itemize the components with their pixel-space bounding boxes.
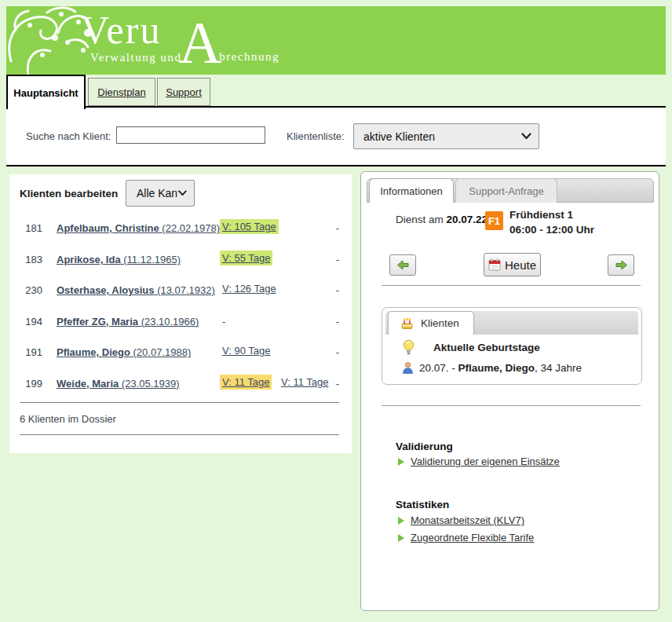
client-birthdate: (23.05.1939)	[119, 378, 179, 390]
dienst-date: 20.07.22	[447, 214, 488, 225]
today-button-label: Heute	[505, 258, 536, 272]
klienten-box: Klienten Aktuelle Geburtstage 20.07. - P…	[382, 307, 642, 385]
validierung-link-row: Validierung der eigenen Einsätze	[398, 456, 560, 467]
tab-support-label: Support	[166, 86, 202, 98]
dienst-line: Dienst am 20.07.22:	[396, 214, 491, 225]
client-name: Osterhase, Aloysius	[57, 284, 155, 296]
arrow-right-icon	[615, 260, 628, 270]
dienst-prefix: Dienst am	[396, 214, 447, 225]
vacation-link[interactable]: V: 126 Tage	[220, 283, 279, 295]
info-panel: Informationen Support-Anfrage Dienst am …	[360, 171, 659, 611]
vacation-days: V: 105 Tage	[220, 219, 279, 234]
main-tab-bar: Hauptansicht Dienstplan Support	[6, 75, 666, 109]
next-day-button[interactable]	[608, 254, 634, 276]
client-name-link[interactable]: Osterhase, Aloysius (13.07.1932)	[57, 284, 215, 296]
validierung-title: Validierung	[396, 441, 453, 452]
vacation-days: V: 126 Tage	[220, 281, 279, 296]
vacation-empty: -	[222, 316, 225, 327]
person-icon	[401, 361, 415, 375]
green-triangle-bullet-icon	[398, 458, 404, 466]
client-id: 191	[16, 346, 42, 358]
search-input[interactable]	[116, 126, 265, 144]
clients-panel: Klienten bearbeiten Alle Kantone 181 Apf…	[9, 174, 352, 453]
row-dash: -	[330, 284, 345, 296]
logo-subtitle-right: brechnung	[219, 49, 279, 64]
shift-time: 06:00 - 12:00 Uhr	[509, 222, 594, 237]
clients-count: 6 Klienten im Dossier	[20, 413, 116, 425]
vacation-days: V: 55 Tage	[220, 251, 272, 265]
client-id: 230	[16, 284, 42, 296]
client-list-select[interactable]: aktive Klienten	[353, 123, 539, 149]
client-birthdate: (11.12.1965)	[121, 254, 181, 265]
client-name-link[interactable]: Weide, Maria (23.05.1939)	[57, 378, 180, 390]
client-birthdate: (22.02.1978)	[159, 222, 220, 234]
previous-day-button[interactable]	[389, 254, 416, 276]
statistiken-link-row: Zugeordnete Flexible Tarife	[398, 532, 534, 543]
birthday-date: 20.07. -	[419, 362, 458, 374]
vacation-link[interactable]: V: 11 Tage	[220, 376, 272, 388]
clients-panel-title: Klienten bearbeiten	[20, 188, 118, 199]
divider	[382, 405, 641, 406]
vacation-link[interactable]: V: 90 Tage	[220, 345, 272, 357]
client-name-link[interactable]: Pfeffer ZG, Maria (23.10.1966)	[57, 316, 199, 327]
logo-subtitle-left: Verwaltung und	[81, 50, 181, 64]
validierung-link[interactable]: Validierung der eigenen Einsätze	[411, 456, 560, 467]
vacation-days: V: 11 Tage	[279, 375, 331, 390]
client-id: 183	[16, 254, 42, 265]
client-name: Pfeffer ZG, Maria	[57, 316, 138, 327]
client-name: Apfelbaum, Christine	[57, 222, 159, 234]
client-id: 181	[16, 222, 42, 234]
client-list-select-value: aktive Klienten	[354, 130, 521, 143]
statistiken-link-row: Monatsarbeitszeit (KLV7)	[398, 514, 524, 526]
flexible-tarife-link[interactable]: Zugeordnete Flexible Tarife	[411, 532, 534, 543]
vacation-link[interactable]: V: 105 Tage	[220, 221, 279, 232]
tab-klienten[interactable]: Klienten	[388, 311, 474, 335]
shift-badge: F1	[485, 211, 503, 230]
canton-select[interactable]: Alle Kantone	[126, 180, 195, 207]
statistiken-title: Statistiken	[396, 499, 449, 510]
client-row: 194 Pfeffer ZG, Maria (23.10.1966) - -	[9, 314, 352, 330]
client-name: Weide, Maria	[57, 378, 119, 390]
divider	[382, 285, 641, 286]
vacation-link[interactable]: V: 55 Tage	[220, 252, 272, 264]
tab-support-anfrage[interactable]: Support-Anfrage	[455, 178, 557, 203]
vacation-days: V: 11 Tage	[220, 375, 272, 390]
arrow-left-icon	[396, 260, 410, 270]
logo-text-main: Veru	[81, 9, 181, 50]
monatsarbeitszeit-link[interactable]: Monatsarbeitszeit (KLV7)	[411, 514, 524, 526]
client-id: 194	[16, 316, 42, 327]
birthday-age: , 34 Jahre	[535, 362, 582, 374]
tab-hauptansicht[interactable]: Hauptansicht	[6, 75, 86, 109]
client-name-link[interactable]: Pflaume, Diego (20.07.1988)	[57, 346, 191, 358]
client-row: 181 Apfelbaum, Christine (22.02.1978) V:…	[9, 221, 352, 236]
row-dash: -	[330, 254, 345, 265]
tab-informationen[interactable]: Informationen	[369, 178, 454, 203]
birthday-name: Pflaume, Diego	[458, 362, 535, 374]
logo-text-a: A	[178, 20, 221, 64]
tab-dienstplan[interactable]: Dienstplan	[88, 78, 155, 106]
page: Veru Verwaltung und A brechnung Hauptans…	[0, 0, 672, 622]
client-birthdate: (20.07.1988)	[130, 346, 191, 358]
today-button[interactable]: Heute	[484, 253, 541, 276]
tab-support[interactable]: Support	[157, 78, 210, 106]
green-triangle-bullet-icon	[398, 517, 404, 525]
client-row: 183 Aprikose, Ida (11.12.1965) V: 55 Tag…	[9, 252, 352, 268]
row-dash: -	[330, 346, 345, 358]
calendar-icon	[488, 258, 501, 271]
client-name-link[interactable]: Apfelbaum, Christine (22.02.1978)	[57, 222, 220, 234]
divider	[20, 402, 339, 403]
row-dash: -	[330, 222, 345, 234]
search-label: Suche nach Klient:	[26, 130, 111, 142]
row-dash: -	[330, 378, 345, 390]
client-name: Pflaume, Diego	[57, 346, 130, 358]
vacation-link-2[interactable]: V: 11 Tage	[279, 376, 331, 388]
client-name-link[interactable]: Aprikose, Ida (11.12.1965)	[57, 254, 181, 265]
chevron-down-icon	[521, 133, 531, 140]
client-birthdate: (13.07.1932)	[155, 284, 215, 296]
client-list-label: Klientenliste:	[287, 130, 345, 142]
chevron-down-icon	[178, 190, 187, 196]
shift-info: Frühdienst 1 06:00 - 12:00 Uhr	[509, 207, 594, 237]
client-row: 191 Pflaume, Diego (20.07.1988) V: 90 Ta…	[9, 345, 352, 360]
birthday-cake-icon	[400, 316, 414, 330]
birthday-entry: 20.07. - Pflaume, Diego, 34 Jahre	[401, 361, 582, 375]
